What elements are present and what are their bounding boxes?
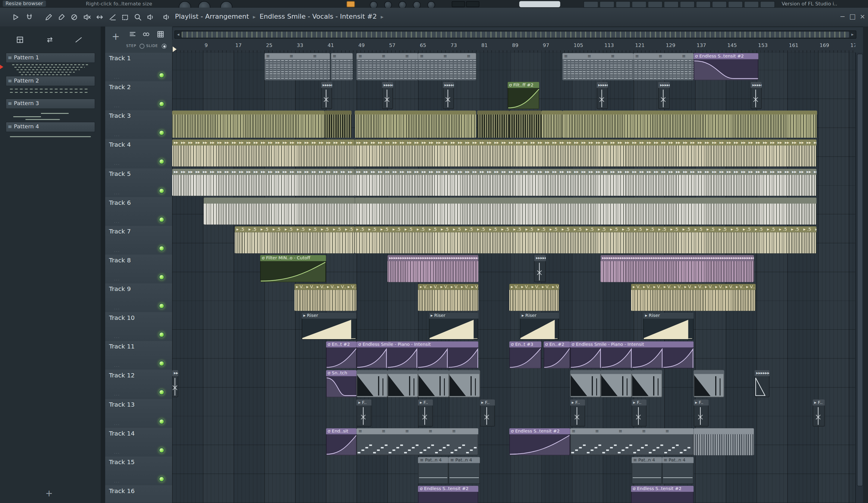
clip[interactable]: [693, 370, 724, 398]
clip[interactable]: [601, 370, 631, 398]
clip-f[interactable]: ▸ F..: [356, 399, 372, 426]
breadcrumb-section[interactable]: Playlist - Arrangement: [175, 13, 249, 20]
scrollbar-thumb[interactable]: [182, 32, 849, 38]
track-header[interactable]: Track 8...: [105, 254, 172, 284]
clip[interactable]: ▸▸▸▸▸▸▸▸: [382, 82, 393, 109]
pattern-item[interactable]: ≡Pattern 3: [6, 98, 95, 109]
link-icon[interactable]: [142, 30, 150, 38]
track-enable-led[interactable]: [159, 130, 164, 136]
select-icon[interactable]: [121, 13, 131, 23]
clip[interactable]: ▸▸▸▸▸▸▸▸: [534, 255, 546, 282]
top-icon-button[interactable]: [744, 1, 759, 8]
clip[interactable]: ▸▸▸▸▸▸▸▸▸▸▸▸▸▸▸▸▸▸▸▸▸▸▸▸▸▸▸▸▸▸▸▸▸▸▸▸▸▸▸▸…: [387, 255, 478, 282]
clip[interactable]: ≡: [331, 53, 353, 80]
maximize-button[interactable]: □: [848, 12, 857, 22]
top-icon-button[interactable]: [599, 1, 614, 8]
clip[interactable]: [355, 197, 817, 224]
track-header[interactable]: Track 11...: [105, 341, 172, 370]
track-header[interactable]: Track 9...: [105, 283, 172, 313]
clip[interactable]: ▸ .5 ▸ .5 ▸ .5 ▸ .5 ▸ .5 ▸ .5 ▸ .5 ▸ .5 …: [235, 226, 355, 253]
track-enable-led[interactable]: [159, 274, 164, 280]
track-options[interactable]: ...: [114, 161, 120, 166]
clip[interactable]: ▸▸ ▸▸ ▸▸ ▸▸ ▸▸ ▸▸ ▸▸ ▸▸ ▸▸ ▸▸ ▸▸ ▸▸ ▸▸ ▸…: [355, 168, 817, 196]
track-options[interactable]: ...: [114, 363, 120, 368]
clip[interactable]: ▸▸▸▸▸▸▸▸▸▸: [754, 370, 769, 398]
track-enable-led[interactable]: [159, 332, 164, 337]
clip[interactable]: [172, 111, 324, 138]
track-options[interactable]: ...: [114, 334, 120, 339]
add-track-button[interactable]: +: [112, 31, 120, 42]
clip[interactable]: ≡ ≡ ≡: [264, 53, 330, 80]
track-options[interactable]: ...: [114, 75, 120, 80]
clip-filter-min-o-cutoff[interactable]: σ Filter MIN..o - Cutoff: [260, 255, 326, 282]
clip-endless-s-tensit-2[interactable]: σ Endless S..tensit #2: [509, 428, 570, 455]
panel-splitter[interactable]: [101, 27, 105, 503]
mixer-knob[interactable]: [427, 1, 435, 8]
track-enable-led[interactable]: [159, 159, 164, 165]
clip[interactable]: [204, 197, 355, 224]
slice-icon[interactable]: [108, 13, 118, 23]
track-options[interactable]: ...: [114, 305, 120, 311]
track-header[interactable]: Track 3...: [105, 110, 172, 140]
top-icon-button[interactable]: [616, 1, 630, 8]
track-header[interactable]: Track 13...: [105, 398, 172, 428]
clip[interactable]: ▸▸▸▸▸▸▸▸▸▸▸▸▸▸▸▸▸▸▸▸▸▸▸▸▸▸▸▸▸▸▸▸▸▸▸▸▸▸▸▸…: [600, 255, 754, 282]
track-options[interactable]: ...: [114, 276, 120, 282]
clip-pat-n-4[interactable]: ≡ Pat..n 4: [631, 457, 662, 484]
clip-en-2[interactable]: σ En..#2: [544, 342, 570, 369]
slip-icon[interactable]: [95, 13, 105, 23]
top-icon-button[interactable]: [680, 1, 695, 8]
clip[interactable]: [541, 111, 562, 138]
clip-f[interactable]: ▸ F..: [813, 399, 825, 426]
clip[interactable]: [477, 111, 509, 138]
grid-icon[interactable]: [156, 30, 165, 38]
clip-sn-tch[interactable]: σ Sn..tch: [326, 370, 356, 398]
clip[interactable]: ≡ ≡ ≡: [562, 53, 633, 80]
clip-endless-smile-piano-intensit[interactable]: σ Endless Smile - Piano - Intensit: [570, 342, 693, 369]
track-header[interactable]: Track 4...: [105, 139, 172, 169]
clip-en-t-2[interactable]: σ En..t #2: [326, 342, 356, 369]
clip-f[interactable]: ▸ F..: [570, 399, 585, 426]
arrange-icon[interactable]: [128, 30, 137, 38]
track-options[interactable]: ...: [114, 478, 120, 483]
track-header[interactable]: Track 7...: [105, 226, 172, 255]
pattern-item[interactable]: ≡Pattern 1: [6, 52, 95, 63]
close-button[interactable]: ×: [858, 12, 867, 22]
clip[interactable]: ▸ V.. ▸ V.. ▸ V.. ▸ V.. ▸ V.. ▸ V.. ▸ V.…: [294, 284, 357, 311]
clip[interactable]: [631, 370, 662, 398]
track-enable-led[interactable]: [159, 390, 164, 395]
clip[interactable]: ▸▸▸▸▸▸▸▸: [659, 82, 670, 109]
transport-knob[interactable]: [198, 1, 210, 8]
clip[interactable]: [449, 370, 480, 398]
transport-knob[interactable]: [220, 1, 232, 8]
track-header[interactable]: Track 16...: [105, 485, 172, 503]
clip-f[interactable]: ▸ F..: [693, 399, 709, 426]
clip-endless-s-tensit-2[interactable]: σ Endless S..tensit #2: [418, 486, 478, 503]
track-enable-led[interactable]: [159, 217, 164, 222]
mute-icon[interactable]: [83, 13, 93, 23]
clip-en-t-3[interactable]: σ En..t #3: [509, 342, 541, 369]
clip[interactable]: ▸ V.. ▸ V.. ▸ V.. ▸ V.. ▸ V.. ▸ V.. ▸ V.…: [631, 284, 756, 311]
horizontal-scrollbar[interactable]: ◂ ▸: [175, 30, 857, 39]
clip-pat-n-4[interactable]: ≡ Pat..n 4: [448, 457, 479, 484]
clip-f[interactable]: ▸ F..: [418, 399, 433, 426]
clip[interactable]: [509, 111, 541, 138]
track-header[interactable]: Track 6...: [105, 197, 172, 226]
clip-end-sit[interactable]: σ End..sit: [326, 428, 356, 455]
track-enable-led[interactable]: [159, 188, 164, 193]
track-enable-led[interactable]: [159, 447, 164, 453]
breadcrumb-item[interactable]: Endless Smile - Vocals - Intensit #2: [259, 13, 377, 20]
clip-f[interactable]: ▸ F..: [480, 399, 495, 426]
transport-knob[interactable]: [179, 1, 191, 8]
clip[interactable]: ▸ V.. ▸ V.. ▸ V.. ▸ V.. ▸ V.. ▸ V.. ▸ V.…: [418, 284, 478, 311]
playlist-grid[interactable]: ≡ ≡ ≡ ≡ ≡ ≡ ≡ ≡ ≡ ≡ ≡ ≡ ≡ ≡ ≡: [172, 52, 855, 503]
clip-riser[interactable]: ▸ Riser: [429, 313, 479, 340]
track-header[interactable]: Track 2...: [105, 81, 172, 111]
track-header[interactable]: Track 15...: [105, 456, 172, 486]
track-options[interactable]: ...: [114, 219, 120, 224]
delete-icon[interactable]: [70, 13, 80, 23]
track-header[interactable]: Track 14...: [105, 427, 172, 457]
clip[interactable]: ▸▸▸▸▸▸▸▸: [443, 82, 454, 109]
play-icon[interactable]: [11, 13, 21, 23]
mixer-knob[interactable]: [370, 1, 378, 8]
